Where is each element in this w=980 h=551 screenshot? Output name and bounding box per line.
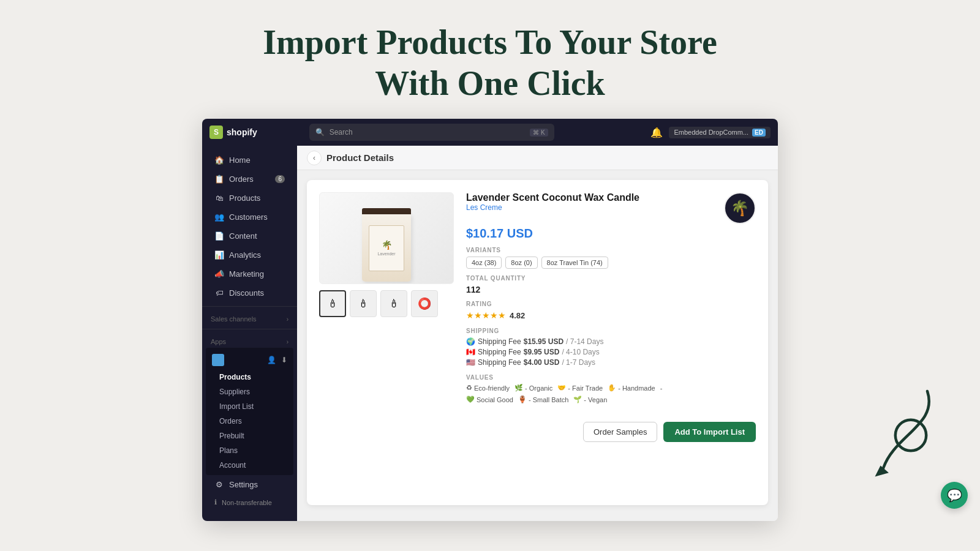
thumb-3[interactable]: 🕯 xyxy=(380,290,407,317)
hero-section: Import Products To Your Store With One C… xyxy=(0,0,980,119)
variants-row: 4oz (38) 8oz (0) 8oz Travel Tin (74) xyxy=(466,257,756,269)
content-area: ‹ Product Details xyxy=(297,146,778,521)
app-sub-plans[interactable]: Plans xyxy=(206,443,293,458)
chevron-right-icon-2: › xyxy=(287,339,288,345)
divider-2 xyxy=(202,329,297,329)
embedded-badge: Embedded DropComm... ED xyxy=(669,127,771,138)
product-price: $10.17 USD xyxy=(466,227,756,241)
rating-row: ★★★★★ 4.82 xyxy=(466,310,756,320)
product-details-card: 🌴 Lavender 🕯 🕯 🕯 xyxy=(307,180,768,505)
values-row-2: 💚 Social Good 🏺 - Small Batch 🌱 - Vegan xyxy=(466,395,756,403)
value-vegan: 🌱 - Vegan xyxy=(573,395,607,403)
values-row-1: ♻ Eco-friendly 🌿 - Organic 🤝 - Fair Trad… xyxy=(466,384,756,392)
app-header-icons: 👤 ⬇ xyxy=(267,356,287,364)
main-product-image: 🌴 Lavender xyxy=(319,192,454,284)
home-icon: 🏠 xyxy=(214,156,224,165)
product-title: Lavender Scent Coconut Wax Candle xyxy=(466,192,639,203)
flag-canada: 🇨🇦 xyxy=(466,348,475,356)
shipping-row-global: 🌍 Shipping Fee $15.95 USD / 7-14 Days xyxy=(466,337,756,346)
app-header: 👤 ⬇ xyxy=(206,350,293,370)
download-icon: ⬇ xyxy=(281,356,287,364)
app-sub-suppliers[interactable]: Suppliers xyxy=(206,384,293,399)
content-header: ‹ Product Details xyxy=(297,146,778,170)
brand-logo: 🌴 xyxy=(724,192,756,224)
flag-global: 🌍 xyxy=(466,337,475,346)
value-dash: - xyxy=(660,384,663,392)
sidebar-item-marketing[interactable]: 📣 Marketing xyxy=(206,265,293,283)
sidebar-item-settings[interactable]: ⚙ Settings xyxy=(206,476,293,493)
flag-us: 🇺🇸 xyxy=(466,358,475,367)
annotation-arrow xyxy=(839,380,949,490)
content-icon: 📄 xyxy=(214,231,224,241)
action-row: Order Samples Add To Import List xyxy=(319,422,756,442)
search-bar[interactable]: 🔍 Search ⌘ K xyxy=(309,124,554,141)
variants-label: VARIANTS xyxy=(466,247,756,253)
products-icon: 🛍 xyxy=(214,193,224,203)
value-eco: ♻ Eco-friendly xyxy=(466,384,510,392)
app-avatar xyxy=(212,354,224,366)
shipping-row-us: 🇺🇸 Shipping Fee $4.00 USD / 1-7 Days xyxy=(466,358,756,367)
total-quantity-label: TOTAL QUANTITY xyxy=(466,275,756,282)
sidebar-item-products[interactable]: 🛍 Products xyxy=(206,189,293,207)
app-sub-orders[interactable]: Orders xyxy=(206,414,293,429)
info-icon: ℹ xyxy=(214,498,217,506)
thumb-1[interactable]: 🕯 xyxy=(319,290,346,317)
shipping-rows: 🌍 Shipping Fee $15.95 USD / 7-14 Days 🇨🇦… xyxy=(466,337,756,367)
browser-window: S shopify 🔍 Search ⌘ K 🔔 Embedded DropCo… xyxy=(202,119,778,521)
product-info: Lavender Scent Coconut Wax Candle Les Cr… xyxy=(466,192,756,407)
svg-marker-1 xyxy=(875,466,889,477)
sidebar-item-home[interactable]: 🏠 Home xyxy=(206,151,293,169)
shopify-logo-icon: S xyxy=(209,126,223,139)
variant-8oz-tin[interactable]: 8oz Travel Tin (74) xyxy=(541,257,608,269)
value-small-batch: 🏺 - Small Batch xyxy=(518,395,568,403)
shipping-row-ca: 🇨🇦 Shipping Fee $9.95 USD / 4-10 Days xyxy=(466,348,756,356)
bell-icon[interactable]: 🔔 xyxy=(650,127,663,138)
content-main: 🌴 Lavender 🕯 🕯 🕯 xyxy=(297,170,778,521)
main-layout: 🏠 Home 📋 Orders 6 🛍 Products 👥 Customers xyxy=(202,146,778,521)
page-title: Product Details xyxy=(326,152,394,163)
add-to-import-list-button[interactable]: Add To Import List xyxy=(663,422,756,442)
app-sub-prebuilt[interactable]: Prebuilt xyxy=(206,429,293,443)
svg-point-0 xyxy=(895,420,926,451)
values-label: VALUES xyxy=(466,374,756,381)
search-icon: 🔍 xyxy=(315,128,325,137)
sidebar-item-orders[interactable]: 📋 Orders 6 xyxy=(206,170,293,188)
sidebar-item-analytics[interactable]: 📊 Analytics xyxy=(206,246,293,264)
product-layout: 🌴 Lavender 🕯 🕯 🕯 xyxy=(319,192,756,407)
app-sub-account[interactable]: Account xyxy=(206,458,293,473)
sidebar-item-content[interactable]: 📄 Content xyxy=(206,227,293,245)
marketing-icon: 📣 xyxy=(214,269,224,279)
shopify-logo: S shopify xyxy=(209,126,257,139)
shipping-label: SHIPPING xyxy=(466,328,756,334)
sidebar: 🏠 Home 📋 Orders 6 🛍 Products 👥 Customers xyxy=(202,146,297,521)
thumb-4[interactable]: ⭕ xyxy=(411,290,438,317)
app-section: 👤 ⬇ Products Suppliers Import List Order… xyxy=(206,348,293,475)
app-sub-import-list[interactable]: Import List xyxy=(206,399,293,414)
thumb-2[interactable]: 🕯 xyxy=(350,290,377,317)
apps-section-label: Apps › xyxy=(202,333,297,348)
person-icon: 👤 xyxy=(267,356,276,364)
discounts-icon: 🏷 xyxy=(214,288,224,298)
variant-4oz[interactable]: 4oz (38) xyxy=(466,257,502,269)
product-title-row: Lavender Scent Coconut Wax Candle Les Cr… xyxy=(466,192,756,224)
settings-icon: ⚙ xyxy=(214,480,224,489)
product-image-section: 🌴 Lavender 🕯 🕯 🕯 xyxy=(319,192,454,407)
sales-channels-label: Sales channels › xyxy=(202,310,297,325)
sidebar-item-discounts[interactable]: 🏷 Discounts xyxy=(206,284,293,302)
back-button[interactable]: ‹ xyxy=(307,151,322,165)
chevron-right-icon: › xyxy=(287,316,288,323)
variant-8oz[interactable]: 8oz (0) xyxy=(505,257,537,269)
chat-bubble-button[interactable]: 💬 xyxy=(941,482,968,509)
app-sub-products[interactable]: Products xyxy=(206,370,293,384)
brand-link[interactable]: Les Creme xyxy=(466,203,639,212)
total-quantity-value: 112 xyxy=(466,285,756,294)
rating-value: 4.82 xyxy=(510,311,525,320)
rating-label: RATING xyxy=(466,301,756,307)
value-social-good: 💚 Social Good xyxy=(466,395,513,403)
star-rating: ★★★★★ xyxy=(466,310,506,320)
customers-icon: 👥 xyxy=(214,212,224,222)
analytics-icon: 📊 xyxy=(214,250,224,260)
order-samples-button[interactable]: Order Samples xyxy=(583,422,657,442)
value-handmade: ✋ - Handmade xyxy=(608,384,655,392)
sidebar-item-customers[interactable]: 👥 Customers xyxy=(206,208,293,226)
